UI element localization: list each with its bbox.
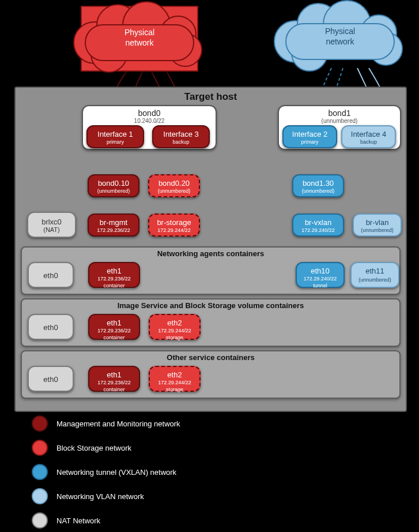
- cloud-left-label: Physical network: [82, 27, 197, 48]
- net-eth10-name: eth10: [297, 263, 343, 275]
- target-host-box: Target host bond0 10.240.0/22 Interface …: [14, 87, 407, 412]
- section-image-title: Image Service and Block Storage volume c…: [22, 299, 399, 310]
- image-eth1-sub2: container: [89, 334, 139, 341]
- interface-2-name: Interface 2: [284, 126, 336, 138]
- interface-3: Interface 3 backup: [152, 125, 210, 148]
- interface-1-name: Interface 1: [88, 126, 143, 138]
- legend-text-vlan: Networking VLAN network: [56, 492, 144, 501]
- section-other: Other service containers eth0 eth1 172.2…: [21, 350, 401, 399]
- br-vxlan-name: br-vxlan: [293, 215, 343, 227]
- section-networking-title: Networking agents containers: [22, 248, 399, 258]
- net-eth0: eth0: [28, 262, 74, 288]
- interface-1: Interface 1 primary: [86, 125, 144, 148]
- br-vlan-sub: (unnumbered): [354, 227, 401, 234]
- net-eth10-sub2: tunnel: [297, 282, 343, 289]
- br-vlan-name: br-vlan: [354, 215, 401, 227]
- other-eth1: eth1 172.29.236/22 container: [88, 366, 140, 392]
- net-eth1: eth1 172.29.236/22 container: [88, 262, 140, 288]
- net-eth11-sub1: (unnumbered): [352, 275, 398, 283]
- net-eth10-sub1: 172.29.240/22: [297, 275, 343, 282]
- br-mgmt-name: br-mgmt: [89, 215, 138, 227]
- br-vxlan-sub: 172.29.240/22: [293, 227, 343, 234]
- interface-3-name: Interface 3: [153, 126, 209, 138]
- br-mgmt-sub: 172.29.236/22: [89, 227, 138, 234]
- legend-text-blockstorage: Block Storage network: [56, 444, 131, 452]
- bond1-name: bond1: [279, 108, 400, 118]
- legend-row: Networking tunnel (VXLAN) network: [32, 464, 180, 480]
- interface-3-sub: backup: [153, 138, 209, 145]
- image-eth1-name: eth1: [89, 315, 139, 327]
- legend-text-vxlan: Networking tunnel (VXLAN) network: [56, 468, 176, 477]
- interface-4: Interface 4 backup: [341, 125, 396, 148]
- net-eth0-name: eth0: [29, 263, 73, 280]
- legend-dot-nat-icon: [32, 512, 48, 529]
- bond1-30: bond1.30 (unnumbered): [292, 174, 344, 197]
- bond0-20: bond0.20 (unnumbered): [148, 174, 200, 197]
- bond1-sub: (unnumbered): [279, 118, 400, 124]
- host-title: Target host: [16, 91, 406, 103]
- image-eth2-name: eth2: [150, 315, 199, 327]
- brlxc0-name: brlxc0: [28, 213, 75, 226]
- brlxc0-sub: (NAT): [28, 226, 75, 233]
- bond0-20-sub: (unnumbered): [149, 188, 199, 194]
- legend-row: Networking VLAN network: [32, 488, 180, 504]
- interface-1-sub: primary: [88, 138, 143, 145]
- br-vxlan: br-vxlan 172.29.240/22: [292, 213, 344, 237]
- interface-4-name: Interface 4: [342, 126, 395, 138]
- legend-row: Management and Monitoring network: [32, 415, 180, 432]
- other-eth2-sub2: storage: [150, 386, 199, 393]
- legend-text-management: Management and Monitoring network: [56, 419, 180, 428]
- other-eth1-name: eth1: [89, 367, 139, 379]
- br-mgmt: br-mgmt 172.29.236/22: [88, 213, 139, 237]
- br-vlan: br-vlan (unnumbered): [353, 213, 402, 237]
- bond0-10: bond0.10 (unnumbered): [88, 174, 139, 197]
- br-storage-sub: 172.29.244/22: [149, 227, 199, 234]
- bond0-10-name: bond0.10: [89, 175, 138, 188]
- bond1-30-name: bond1.30: [293, 175, 343, 188]
- section-networking-agents: Networking agents containers eth0 eth1 1…: [21, 246, 401, 295]
- other-eth0: eth0: [28, 366, 74, 392]
- net-eth11: eth11 (unnumbered): [350, 262, 399, 288]
- net-eth10: eth10 172.29.240/22 tunnel: [296, 262, 345, 288]
- cloud-physical-network-left: Physical network: [81, 6, 198, 72]
- bond0-10-sub: (unnumbered): [89, 188, 138, 194]
- legend-row: Block Storage network: [32, 440, 180, 456]
- bond0-20-name: bond0.20: [149, 175, 199, 188]
- net-eth1-sub1: 172.29.236/22: [89, 275, 139, 282]
- net-eth1-sub2: container: [89, 282, 139, 289]
- other-eth1-sub1: 172.29.236/22: [89, 379, 139, 386]
- image-eth2: eth2 172.29.244/22 storage: [149, 314, 201, 340]
- image-eth1: eth1 172.29.236/22 container: [88, 314, 140, 340]
- image-eth1-sub1: 172.29.236/22: [89, 327, 139, 334]
- legend-text-nat: NAT Network: [56, 516, 100, 525]
- net-eth11-name: eth11: [352, 263, 398, 275]
- legend: Management and Monitoring network Block …: [32, 415, 180, 532]
- interface-2: Interface 2 primary: [282, 125, 337, 148]
- cloud-physical-network-right: Physical network: [282, 6, 398, 69]
- image-eth0-name: eth0: [29, 315, 73, 332]
- legend-row: NAT Network: [32, 512, 180, 529]
- cloud-right-label: Physical network: [282, 26, 398, 47]
- br-storage: br-storage 172.29.244/22: [148, 213, 200, 237]
- bond0-sub: 10.240.0/22: [83, 118, 216, 124]
- image-eth0: eth0: [28, 314, 74, 340]
- image-eth2-sub2: storage: [150, 334, 199, 341]
- br-storage-name: br-storage: [149, 215, 199, 227]
- legend-dot-blockstorage-icon: [32, 440, 48, 456]
- other-eth0-name: eth0: [29, 367, 73, 384]
- section-other-title: Other service containers: [22, 351, 399, 362]
- net-eth1-name: eth1: [89, 263, 139, 275]
- legend-dot-vlan-icon: [32, 488, 48, 504]
- other-eth2-name: eth2: [150, 367, 199, 379]
- bond1-30-sub: (unnumbered): [293, 188, 343, 194]
- section-image-block: Image Service and Block Storage volume c…: [21, 298, 401, 347]
- interface-2-sub: primary: [284, 138, 336, 145]
- legend-dot-vxlan-icon: [32, 464, 48, 480]
- other-eth1-sub2: container: [89, 386, 139, 393]
- image-eth2-sub1: 172.29.244/22: [150, 327, 199, 334]
- other-eth2-sub1: 172.29.244/22: [150, 379, 199, 386]
- brlxc0: brlxc0 (NAT): [27, 212, 76, 238]
- other-eth2: eth2 172.29.244/22 storage: [149, 366, 201, 392]
- diagram-root: Physical network Physical network Target…: [0, 0, 419, 532]
- legend-dot-management-icon: [32, 415, 48, 432]
